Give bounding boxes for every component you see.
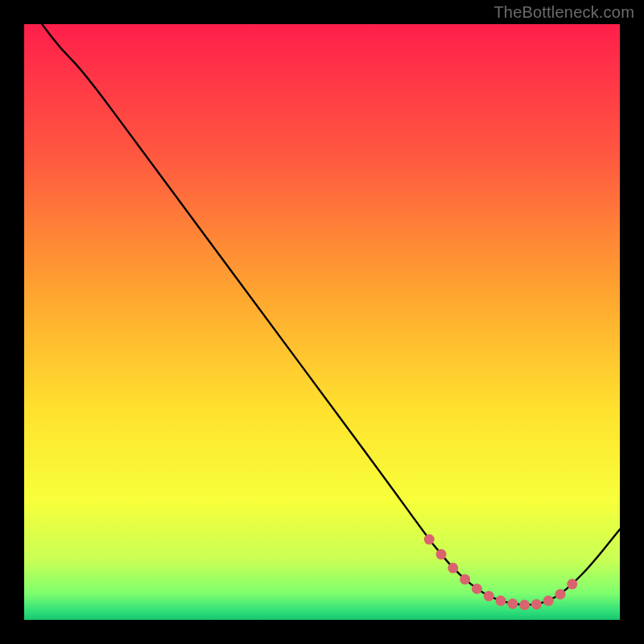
highlight-dot	[531, 599, 542, 609]
highlight-dot	[496, 596, 506, 606]
highlight-dot	[436, 549, 447, 559]
highlight-dot	[424, 535, 435, 545]
chart-stage: TheBottleneck.com	[0, 0, 644, 644]
highlight-dot	[472, 584, 482, 594]
bottleneck-chart	[0, 0, 644, 644]
highlight-dot	[543, 596, 554, 606]
watermark-text: TheBottleneck.com	[493, 3, 634, 22]
highlight-dot	[507, 599, 518, 609]
highlight-dot	[448, 563, 458, 573]
highlight-dot	[460, 574, 470, 584]
highlight-dot	[484, 591, 494, 601]
highlight-dot	[519, 600, 530, 610]
highlight-dot	[555, 589, 566, 600]
highlight-dot	[567, 579, 577, 589]
